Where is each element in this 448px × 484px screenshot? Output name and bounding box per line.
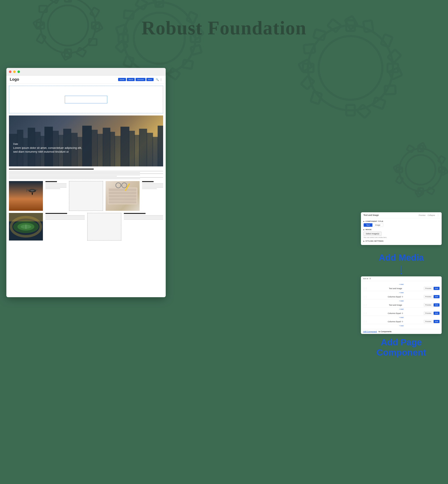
svg-point-55 — [406, 155, 435, 185]
bottom-row — [9, 213, 163, 241]
browser-dot-green[interactable] — [17, 70, 20, 73]
nav-logo: Logo — [10, 77, 19, 82]
svg-rect-65 — [393, 164, 401, 172]
svg-rect-60 — [438, 156, 445, 164]
arrow-line-vertical — [401, 265, 401, 272]
card-header-actions: Preview Collapse ⋮ — [419, 214, 439, 216]
bottom-line-2c — [124, 218, 163, 218]
preview-link[interactable]: Preview — [419, 214, 425, 216]
col-line-1a — [46, 183, 66, 184]
helper-text: You can select one media item. — [363, 236, 439, 238]
svg-rect-45 — [357, 105, 370, 118]
content-line-1 — [9, 171, 163, 171]
svg-rect-39 — [303, 64, 313, 72]
nav-link-home[interactable]: Home — [118, 78, 126, 81]
svg-rect-25 — [183, 60, 193, 69]
tab-add-all[interactable]: Add all — [363, 278, 368, 280]
component-title-label: COMPONENT TITLE — [363, 220, 439, 222]
card-body: COMPONENT TITLE Text Image IMAGE Select … — [361, 218, 442, 245]
add-btn-4[interactable]: + Add — [399, 317, 404, 318]
col-line-1e — [46, 188, 60, 189]
svg-rect-30 — [116, 25, 128, 35]
svg-rect-46 — [311, 91, 322, 104]
preview-btn-2[interactable]: Preview — [424, 295, 433, 298]
add-media-title: Add Media — [361, 249, 442, 265]
bottom-line-1d — [46, 219, 85, 219]
browser-dot-yellow[interactable] — [13, 70, 16, 73]
preview-btn-3[interactable]: Preview — [424, 303, 433, 306]
collapse-link[interactable]: Collapse — [428, 214, 435, 216]
col-text-1 — [46, 181, 66, 211]
nav-link-more[interactable]: More — [146, 78, 154, 81]
edit-btn-1[interactable]: Edit — [433, 287, 440, 290]
preview-btn-4[interactable]: Preview — [424, 312, 433, 315]
svg-point-54 — [399, 148, 442, 191]
svg-rect-32 — [136, 0, 147, 9]
svg-rect-64 — [396, 176, 403, 184]
page-card-body: + Add ⋮⋮ Text and Image Preview Edit + A… — [361, 281, 442, 329]
city-text: Date Lorem ipsum dolor sit amet, consect… — [13, 143, 85, 154]
bottom-line-1c — [46, 218, 85, 218]
svg-rect-86 — [120, 127, 129, 166]
search-icon[interactable]: 🔍 — [156, 78, 159, 81]
drag-icon-2: ⋮⋮ — [363, 296, 367, 298]
svg-rect-61 — [440, 168, 448, 175]
add-btn-3[interactable]: + Add — [399, 308, 404, 310]
nav-links: Home About Services More — [118, 78, 154, 81]
svg-rect-57 — [418, 188, 423, 194]
menu-icon[interactable]: ⋮ — [160, 78, 162, 81]
add-btn-5[interactable]: + Add — [399, 325, 404, 327]
add-btn-2[interactable]: + Add — [399, 300, 404, 302]
svg-rect-10 — [61, 50, 71, 60]
city-date: Date — [13, 143, 85, 145]
svg-rect-117 — [9, 213, 43, 221]
content-line-3 — [9, 173, 163, 174]
svg-rect-44 — [373, 97, 385, 109]
col-line-2b — [142, 185, 163, 185]
col-line-2d — [142, 187, 163, 188]
component-label-3: Text and Image — [389, 304, 402, 306]
nav-link-about[interactable]: About — [127, 78, 135, 81]
tab-text[interactable]: Text — [364, 223, 373, 227]
select-image-button[interactable]: Select Image(s) — [363, 232, 382, 236]
svg-rect-88 — [135, 135, 140, 166]
svg-rect-21 — [119, 34, 128, 42]
edit-btn-4[interactable]: Edit — [433, 312, 440, 315]
svg-point-109 — [122, 183, 127, 188]
edit-btn-5[interactable]: Edit — [433, 320, 440, 323]
browser-titlebar — [6, 68, 166, 76]
svg-rect-12 — [33, 19, 43, 28]
preview-btn-5[interactable]: Preview — [424, 320, 433, 323]
edit-btn-2[interactable]: Edit — [433, 295, 440, 298]
add-page-component-title: Add Page Component — [361, 334, 442, 359]
svg-rect-52 — [345, 16, 358, 29]
edit-btn-3[interactable]: Edit — [433, 303, 440, 306]
add-row-4: + Add — [363, 316, 440, 319]
content-line-4 — [9, 175, 140, 175]
svg-rect-3 — [65, 49, 71, 57]
svg-rect-91 — [152, 137, 158, 166]
footer-to-components: to Components — [378, 330, 392, 333]
right-panel: Text and Image Preview Collapse ⋮ COMPON… — [361, 212, 442, 359]
browser-dot-red[interactable] — [9, 70, 11, 73]
add-component-link[interactable]: Add Component — [363, 330, 377, 333]
nav-link-services[interactable]: Services — [136, 78, 145, 81]
add-row-1: + Add — [363, 291, 440, 294]
add-btn-1[interactable]: + Add — [399, 292, 404, 294]
svg-point-108 — [116, 183, 121, 188]
svg-rect-24 — [191, 45, 202, 55]
tab-icon[interactable]: ☰ — [369, 278, 371, 280]
drag-icon-1: ⋮⋮ — [363, 287, 367, 289]
add-btn-top[interactable]: + Add — [399, 283, 404, 285]
component-actions-4: Preview Edit — [424, 312, 440, 315]
svg-rect-83 — [103, 128, 111, 166]
bottom-line-2d — [124, 219, 163, 219]
more-icon[interactable]: ⋮ — [437, 214, 439, 216]
svg-rect-49 — [304, 44, 315, 54]
svg-point-1 — [48, 5, 88, 46]
svg-rect-31 — [124, 10, 134, 19]
svg-rect-29 — [116, 40, 128, 53]
dashed-placeholder-1 — [69, 181, 103, 211]
preview-btn-1[interactable]: Preview — [424, 287, 433, 290]
tab-image[interactable]: Image — [373, 223, 383, 227]
